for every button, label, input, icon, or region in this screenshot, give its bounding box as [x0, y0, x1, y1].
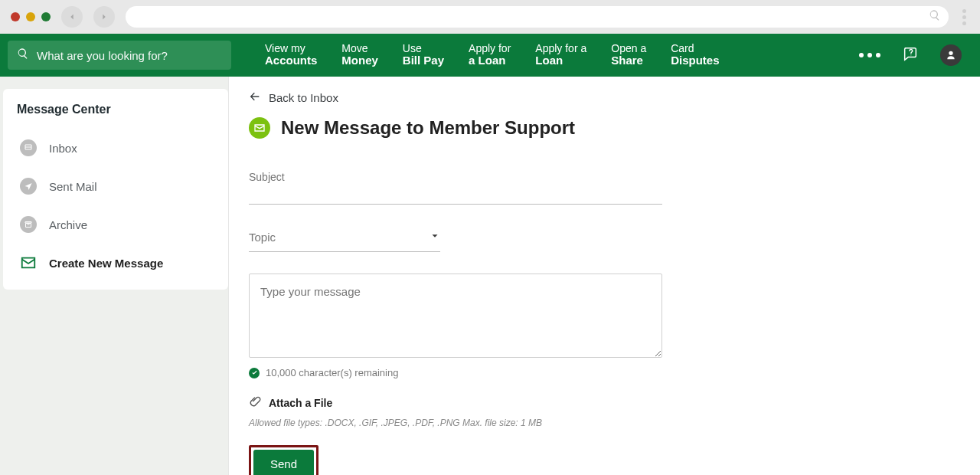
- nav-card-disputes[interactable]: Card Disputes: [671, 43, 719, 67]
- maximize-window-icon[interactable]: [41, 12, 51, 21]
- nav-open-share[interactable]: Open a Share: [611, 43, 646, 67]
- message-icon: [249, 117, 270, 139]
- sidebar-item-sent[interactable]: Sent Mail: [17, 167, 214, 205]
- compose-form: Subject Topic 10,000 character(s) remain…: [249, 171, 662, 475]
- attach-label: Attach a File: [269, 397, 332, 409]
- nav-line1: Apply for: [469, 43, 511, 54]
- sent-icon: [20, 178, 37, 195]
- check-circle-icon: [249, 368, 260, 378]
- nav-line2: Share: [611, 54, 646, 67]
- back-to-inbox-link[interactable]: Back to Inbox: [249, 90, 960, 105]
- subject-field[interactable]: Subject: [249, 171, 662, 205]
- page-title: New Message to Member Support: [281, 117, 575, 139]
- nav-view-accounts[interactable]: View my Accounts: [265, 43, 317, 67]
- search-icon: [17, 48, 29, 63]
- site-search[interactable]: [8, 41, 231, 70]
- nav-bill-pay[interactable]: Use Bill Pay: [403, 43, 444, 67]
- archive-icon: [20, 216, 37, 233]
- nav-apply-loan-1[interactable]: Apply for a Loan: [469, 43, 511, 67]
- nav-line1: Open a: [611, 43, 646, 54]
- nav-line1: Card: [671, 43, 719, 54]
- attach-file-button[interactable]: Attach a File: [249, 395, 662, 410]
- nav-line1: Use: [403, 43, 444, 54]
- svg-point-0: [910, 54, 911, 55]
- main-panel: Back to Inbox New Message to Member Supp…: [228, 77, 980, 475]
- send-button[interactable]: Send: [253, 450, 314, 475]
- search-icon: [929, 9, 941, 25]
- compose-icon: [20, 254, 37, 271]
- profile-avatar[interactable]: [940, 44, 962, 66]
- window-controls: [11, 12, 51, 21]
- page-title-row: New Message to Member Support: [249, 117, 960, 139]
- message-center-card: Message Center Inbox Sent Mail Archive: [3, 89, 228, 290]
- sidebar-item-inbox[interactable]: Inbox: [17, 129, 214, 167]
- nav-line2: Loan: [535, 54, 586, 67]
- browser-menu-button[interactable]: [959, 6, 969, 28]
- chevron-down-icon: [430, 231, 440, 244]
- topic-select[interactable]: Topic: [249, 226, 440, 252]
- sidebar: Message Center Inbox Sent Mail Archive: [0, 77, 228, 475]
- help-icon[interactable]: [902, 45, 919, 65]
- nav-line2: Accounts: [265, 54, 317, 67]
- back-label: Back to Inbox: [269, 91, 338, 104]
- minimize-window-icon[interactable]: [26, 12, 35, 21]
- browser-address-bar[interactable]: [126, 6, 949, 28]
- sidebar-item-compose[interactable]: Create New Message: [17, 244, 214, 282]
- nav-right: [859, 44, 975, 66]
- sidebar-title: Message Center: [17, 103, 214, 116]
- close-window-icon[interactable]: [11, 12, 20, 21]
- workspace: Message Center Inbox Sent Mail Archive: [0, 77, 980, 475]
- sidebar-item-label: Archive: [49, 218, 87, 231]
- nav-line1: Move: [341, 43, 378, 54]
- sidebar-item-label: Create New Message: [49, 257, 163, 270]
- paperclip-icon: [249, 395, 261, 410]
- site-search-input[interactable]: [37, 49, 222, 62]
- arrow-left-icon: [249, 90, 261, 105]
- attach-hint: Allowed file types: .DOCX, .GIF, .JPEG, …: [249, 418, 662, 428]
- sidebar-item-label: Sent Mail: [49, 180, 97, 193]
- message-textarea[interactable]: [249, 274, 662, 358]
- nav-line2: Bill Pay: [403, 54, 444, 67]
- inbox-icon: [20, 139, 37, 156]
- char-remaining: 10,000 character(s) remaining: [249, 367, 662, 378]
- browser-forward-button[interactable]: [93, 6, 115, 28]
- browser-back-button[interactable]: [61, 6, 83, 28]
- send-highlight-frame: Send: [249, 445, 318, 475]
- topic-label: Topic: [249, 231, 276, 244]
- remaining-text: 10,000 character(s) remaining: [266, 367, 398, 378]
- sidebar-item-archive[interactable]: Archive: [17, 205, 214, 244]
- nav-line1: View my: [265, 43, 317, 54]
- subject-label: Subject: [249, 171, 285, 183]
- more-menu-button[interactable]: [859, 53, 880, 57]
- nav-move-money[interactable]: Move Money: [341, 43, 378, 67]
- browser-chrome: [0, 0, 980, 34]
- top-nav: View my Accounts Move Money Use Bill Pay…: [0, 34, 980, 77]
- sidebar-item-label: Inbox: [49, 142, 77, 155]
- subject-input[interactable]: [249, 171, 662, 205]
- nav-items: View my Accounts Move Money Use Bill Pay…: [265, 43, 720, 67]
- nav-apply-loan-2[interactable]: Apply for a Loan: [535, 43, 586, 67]
- nav-line2: a Loan: [469, 54, 511, 67]
- nav-line1: Apply for a: [535, 43, 586, 54]
- nav-line2: Disputes: [671, 54, 719, 67]
- nav-line2: Money: [341, 54, 378, 67]
